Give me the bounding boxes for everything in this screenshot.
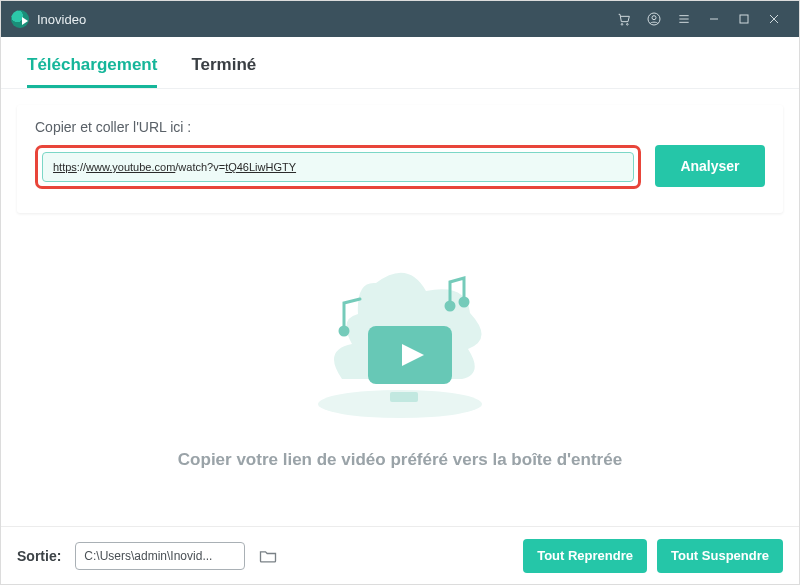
menu-icon[interactable] [669,4,699,34]
svg-point-7 [446,302,454,310]
output-label: Sortie: [17,548,61,564]
tab-row: Téléchargement Terminé [1,37,799,89]
analyze-button[interactable]: Analyser [655,145,765,187]
video-illustration-icon [290,254,510,424]
minimize-icon[interactable] [699,4,729,34]
browse-folder-button[interactable] [255,543,281,569]
url-part-path: /watch?v= [175,161,225,173]
svg-point-0 [621,24,623,26]
url-input-label: Copier et coller l'URL ici : [35,119,765,135]
app-window: Inovideo Téléchargement Terminé Copier e… [0,0,800,585]
user-icon[interactable] [639,4,669,34]
url-part-scheme: https [53,161,77,173]
output-path-field[interactable]: C:\Users\admin\Inovid... [75,542,245,570]
close-icon[interactable] [759,4,789,34]
svg-point-3 [652,16,656,20]
footer-bar: Sortie: C:\Users\admin\Inovid... Tout Re… [1,526,799,584]
folder-icon [258,546,278,566]
url-part-videoid: tQ46LiwHGTY [225,161,296,173]
svg-point-1 [627,24,629,26]
url-input-row: https://www.youtube.com/watch?v=tQ46LiwH… [35,145,765,189]
content-area: Copier et coller l'URL ici : https://www… [1,89,799,526]
suspend-all-button[interactable]: Tout Suspendre [657,539,783,573]
url-input[interactable]: https://www.youtube.com/watch?v=tQ46LiwH… [42,152,634,182]
resume-all-button[interactable]: Tout Reprendre [523,539,647,573]
tab-finished[interactable]: Terminé [191,55,256,88]
svg-point-6 [340,327,348,335]
url-highlight-box: https://www.youtube.com/watch?v=tQ46LiwH… [35,145,641,189]
app-logo-icon [11,10,29,28]
svg-rect-4 [740,15,748,23]
cart-icon[interactable] [609,4,639,34]
app-title: Inovideo [37,12,86,27]
tab-download[interactable]: Téléchargement [27,55,157,88]
url-input-card: Copier et coller l'URL ici : https://www… [17,105,783,213]
empty-state-hint: Copier votre lien de vidéo préféré vers … [178,450,622,470]
maximize-icon[interactable] [729,4,759,34]
svg-point-8 [460,298,468,306]
url-part-domain: www.youtube.com [86,161,175,173]
svg-rect-10 [390,392,418,402]
url-part-sep: :// [77,161,86,173]
empty-state: Copier votre lien de vidéo préféré vers … [17,213,783,510]
titlebar: Inovideo [1,1,799,37]
